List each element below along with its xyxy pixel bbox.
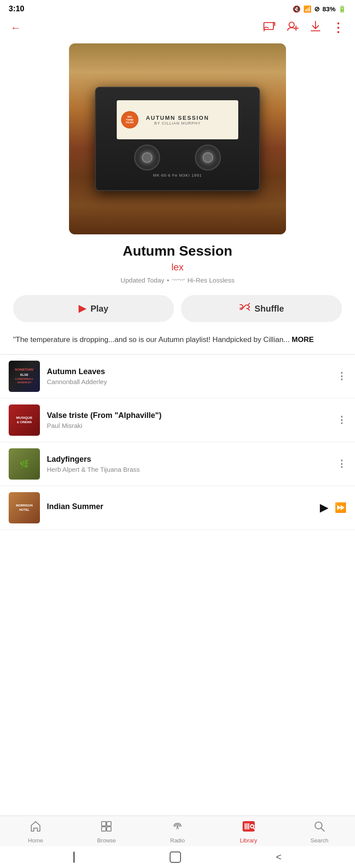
search-icon	[313, 820, 325, 835]
track-artist-2: Paul Misraki	[47, 422, 330, 429]
status-icons: 🔇 📶 ⊘ 83% 🔋	[293, 5, 346, 13]
svg-point-2	[289, 22, 294, 27]
cassette-reels	[134, 145, 221, 171]
radio-label: Radio	[170, 837, 185, 844]
nav-item-radio[interactable]: Radio	[160, 820, 195, 844]
track-art-1[interactable]: SOMETHIN' ELSE CANNONBALL ADDERLEY	[9, 361, 40, 392]
svg-line-17	[321, 828, 324, 831]
svg-rect-0	[264, 23, 273, 30]
download-button[interactable]	[310, 20, 321, 35]
track-actions-3: ⋮	[337, 458, 346, 470]
cassette-model: MK·60·6 Fe M3KI 1991	[153, 173, 202, 178]
shuffle-button[interactable]: Shuffle	[181, 295, 342, 322]
status-bar: 3:10 🔇 📶 ⊘ 83% 🔋	[0, 0, 355, 16]
battery-icon: 🔋	[338, 5, 346, 13]
cast-button[interactable]	[263, 21, 276, 34]
library-label: Library	[240, 837, 257, 844]
track-title-4: Indian Summer	[47, 502, 313, 511]
gesture-square	[170, 852, 181, 863]
track-more-1[interactable]: ⋮	[337, 371, 346, 382]
cassette-body: BIGTHINKFILMS AUTUMN SESSION BY CILLIAN …	[95, 87, 260, 191]
wifi-icon: 📶	[303, 5, 312, 13]
library-icon	[242, 820, 256, 835]
play-button[interactable]: ▶ Play	[13, 295, 174, 322]
track-more-3[interactable]: ⋮	[337, 458, 346, 470]
nav-item-home[interactable]: Home	[18, 820, 53, 844]
track-title-1: Autumn Leaves	[47, 367, 330, 376]
playlist-meta: Updated Today • 〰〰 Hi-Res Lossless	[13, 276, 342, 284]
bottom-nav: Home Browse Radio	[0, 815, 355, 846]
cassette-title: AUTUMN SESSION	[146, 115, 209, 121]
cassette-reel-right	[195, 145, 221, 171]
cassette-sticker: BIGTHINKFILMS	[121, 111, 138, 128]
track-info-4: Indian Summer	[47, 502, 313, 513]
description-text: "The temperature is dropping...and so is…	[13, 335, 289, 344]
nav-item-search[interactable]: Search	[302, 820, 337, 844]
search-label: Search	[311, 837, 329, 844]
top-nav: ← ⋮	[0, 16, 355, 39]
hires-icon: 〰〰	[172, 276, 185, 284]
no-sim-icon: ⊘	[314, 5, 320, 13]
cassette-reel-left	[134, 145, 160, 171]
play-label: Play	[90, 304, 108, 314]
top-nav-right: ⋮	[263, 20, 345, 35]
track-actions-2: ⋮	[337, 414, 346, 426]
svg-rect-9	[102, 827, 106, 831]
add-friend-button[interactable]	[287, 21, 299, 34]
updated-text: Updated Today	[121, 276, 164, 284]
skip-icon[interactable]: ⏩	[335, 502, 346, 513]
album-art: BIGTHINKFILMS AUTUMN SESSION BY CILLIAN …	[69, 43, 286, 234]
track-item: MORRISON HOTEL Indian Summer ▶ ⏩	[0, 486, 355, 530]
track-art-4[interactable]: MORRISON HOTEL	[9, 492, 40, 523]
track-actions-4: ▶ ⏩	[320, 501, 346, 514]
radio-icon	[171, 820, 184, 835]
action-buttons: ▶ Play Shuffle	[0, 291, 355, 332]
track-item: MUSIQUE & CINEMA Valse triste (From "Alp…	[0, 398, 355, 442]
track-title-2: Valse triste (From "Alphaville")	[47, 411, 330, 420]
playlist-author[interactable]: lex	[13, 262, 342, 273]
track-list: SOMETHIN' ELSE CANNONBALL ADDERLEY Autum…	[0, 355, 355, 530]
track-info-1: Autumn Leaves Cannonball Adderley	[47, 367, 330, 385]
svg-rect-8	[107, 822, 111, 826]
track-item: 🌿 Ladyfingers Herb Alpert & The Tijuana …	[0, 442, 355, 486]
playlist-title: Autumn Session	[13, 243, 342, 259]
more-button[interactable]: MORE	[292, 335, 314, 344]
svg-point-14	[251, 825, 253, 828]
browse-label: Browse	[97, 837, 116, 844]
svg-rect-10	[107, 827, 111, 831]
status-time: 3:10	[9, 4, 24, 13]
track-art-2[interactable]: MUSIQUE & CINEMA	[9, 404, 40, 436]
track-actions-1: ⋮	[337, 371, 346, 382]
battery-label: 83%	[322, 5, 335, 13]
nav-item-library[interactable]: Library	[231, 820, 266, 844]
svg-point-1	[263, 30, 265, 31]
dot-separator: •	[167, 276, 169, 284]
shuffle-label: Shuffle	[255, 304, 284, 314]
mute-icon: 🔇	[293, 5, 301, 13]
currently-playing-icon[interactable]: ▶	[320, 501, 329, 514]
album-art-container: BIGTHINKFILMS AUTUMN SESSION BY CILLIAN …	[0, 39, 355, 243]
track-item: SOMETHIN' ELSE CANNONBALL ADDERLEY Autum…	[0, 355, 355, 398]
track-more-2[interactable]: ⋮	[337, 414, 346, 426]
more-options-button[interactable]: ⋮	[332, 20, 345, 35]
track-title-3: Ladyfingers	[47, 455, 330, 464]
gesture-back-chevron[interactable]: <	[276, 852, 282, 863]
shuffle-icon	[239, 302, 250, 315]
cassette-subtitle: BY CILLIAN MURPHY	[154, 121, 201, 125]
track-artist-3: Herb Alpert & The Tijuana Brass	[47, 466, 330, 473]
playlist-description: "The temperature is dropping...and so is…	[0, 332, 355, 354]
play-icon: ▶	[79, 303, 86, 314]
nav-item-browse[interactable]: Browse	[89, 820, 124, 844]
home-label: Home	[28, 837, 43, 844]
gesture-bar: <	[0, 846, 355, 868]
track-info-2: Valse triste (From "Alphaville") Paul Mi…	[47, 411, 330, 429]
track-art-3[interactable]: 🌿	[9, 448, 40, 480]
cassette-label: BIGTHINKFILMS AUTUMN SESSION BY CILLIAN …	[117, 100, 238, 139]
browse-icon	[100, 820, 112, 835]
hires-label: Hi-Res Lossless	[187, 276, 234, 284]
svg-rect-7	[102, 822, 106, 826]
back-button[interactable]: ←	[10, 22, 21, 34]
track-artist-1: Cannonball Adderley	[47, 378, 330, 385]
home-icon	[30, 820, 42, 835]
track-info-3: Ladyfingers Herb Alpert & The Tijuana Br…	[47, 455, 330, 473]
